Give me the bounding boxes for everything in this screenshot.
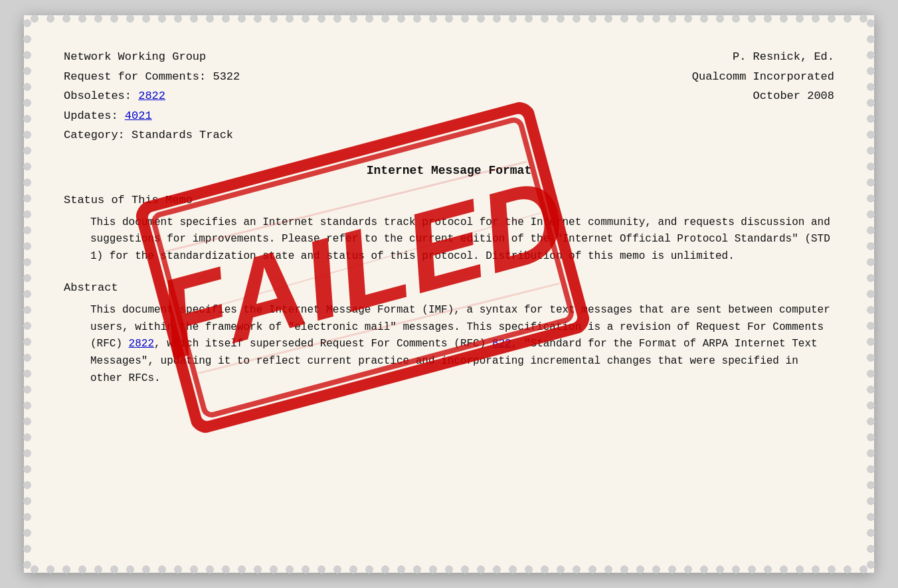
status-heading: Status of This Memo: [64, 194, 834, 206]
header-right-line1: P. Resnick, Ed.: [733, 48, 834, 66]
header-row-1: Network Working Group P. Resnick, Ed.: [64, 48, 834, 66]
obsoletes-label: Obsoletes:: [64, 90, 138, 102]
header-left-line1: Network Working Group: [64, 48, 206, 66]
stamp-paper: Network Working Group P. Resnick, Ed. Re…: [24, 15, 874, 573]
header-right-line3: October 2008: [753, 88, 834, 105]
status-body-text: This document specifies an Internet stan…: [90, 214, 834, 265]
abstract-heading: Abstract: [64, 281, 834, 294]
obsoletes-link[interactable]: 2822: [138, 90, 165, 102]
header-right-line2: Qualcomm Incorporated: [692, 68, 834, 86]
header-row-2: Request for Comments: 5322 Qualcomm Inco…: [64, 68, 834, 86]
updates-label: Updates:: [64, 110, 125, 122]
abstract-body-text: This document specifies the Internet Mes…: [90, 302, 834, 387]
header-left-line3: Obsoletes: 2822: [64, 88, 165, 105]
stamp-outer: Network Working Group P. Resnick, Ed. Re…: [24, 15, 874, 573]
updates-link[interactable]: 4021: [125, 110, 152, 122]
abstract-link-822[interactable]: 822: [492, 338, 511, 350]
header-left-line4: Updates: 4021: [64, 108, 152, 125]
status-body: This document specifies an Internet stan…: [90, 214, 834, 265]
abstract-link-2822[interactable]: 2822: [129, 338, 154, 350]
header-left-line2: Request for Comments: 5322: [64, 68, 240, 86]
header-row-4: Updates: 4021: [64, 108, 834, 125]
header-block: Network Working Group P. Resnick, Ed. Re…: [64, 48, 834, 144]
header-row-3: Obsoletes: 2822 October 2008: [64, 88, 834, 105]
header-row-5: Category: Standards Track: [64, 127, 834, 144]
rfc-content: Network Working Group P. Resnick, Ed. Re…: [64, 48, 834, 387]
doc-title: Internet Message Format: [64, 164, 834, 177]
header-left-line5: Category: Standards Track: [64, 127, 233, 144]
abstract-body: This document specifies the Internet Mes…: [90, 302, 834, 387]
